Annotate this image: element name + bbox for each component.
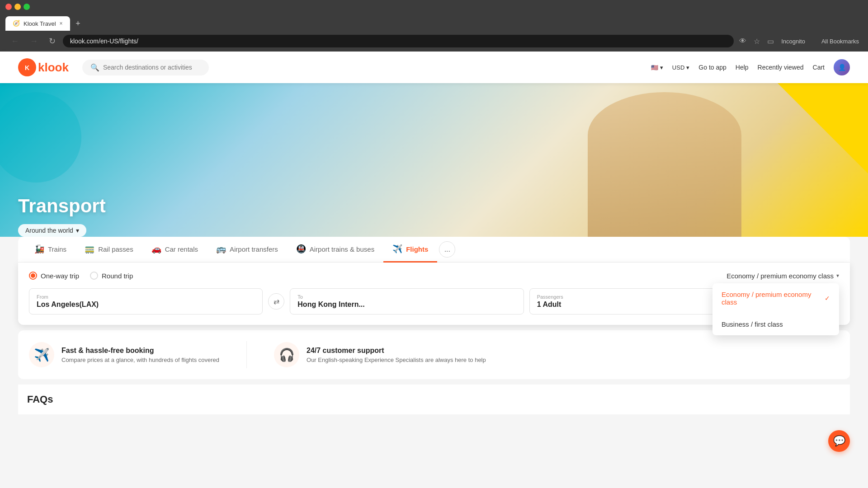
avatar[interactable]: 👤 (834, 59, 850, 75)
class-selector[interactable]: Economy / premium economy class ▾ Econom… (726, 272, 839, 280)
tab-car-rentals-label: Car rentals (165, 245, 198, 253)
support-icon: 🎧 (274, 342, 299, 367)
to-value: Hong Kong Intern... (297, 300, 516, 309)
from-field[interactable]: From Los Angeles(LAX) (29, 288, 263, 314)
swap-button[interactable]: ⇄ (268, 293, 284, 310)
main-navbar: K klook 🔍 🇺🇸 ▾ USD ▾ Go to app Help Rece… (0, 52, 868, 83)
maximize-window-button[interactable]: + (24, 4, 30, 10)
tab-trains[interactable]: 🚂 Trains (25, 237, 75, 263)
reload-button[interactable]: ↻ (45, 34, 59, 48)
cart-link[interactable]: Cart (813, 64, 825, 71)
class-label: Economy / premium economy class (726, 272, 834, 280)
feature-booking: ✈️ Fast & hassle-free booking Compare pr… (29, 342, 219, 367)
metro-icon: 🚇 (296, 244, 306, 254)
bookmark-icon[interactable]: ☆ (752, 35, 762, 47)
one-way-dot (31, 273, 35, 278)
recently-viewed-link[interactable]: Recently viewed (758, 64, 804, 71)
feature-booking-title: Fast & hassle-free booking (61, 347, 219, 355)
language-selector[interactable]: 🇺🇸 ▾ (651, 64, 663, 71)
help-link[interactable]: Help (736, 64, 749, 71)
active-tab[interactable]: 🧭 Klook Travel × (5, 16, 70, 31)
tab-rail-passes[interactable]: 🚃 Rail passes (75, 237, 142, 263)
tab-car-rentals[interactable]: 🚗 Car rentals (142, 237, 207, 263)
class-dropdown-arrow: ▾ (836, 272, 839, 279)
currency-arrow: ▾ (686, 64, 689, 71)
extension-icon[interactable]: 👁 (737, 35, 748, 47)
from-value: Los Angeles(LAX) (37, 300, 255, 309)
minimize-window-button[interactable]: − (14, 4, 21, 10)
hero-content: Transport Around the world ▾ (0, 177, 868, 237)
tab-airport-transfers-label: Airport transfers (230, 245, 278, 253)
deco-yellow (778, 83, 868, 174)
browser-tabs-bar: 🧭 Klook Travel × + (0, 14, 868, 31)
currency-label: USD (672, 64, 684, 71)
tab-flights[interactable]: ✈️ Flights (383, 237, 437, 263)
tab-title-label: Klook Travel (24, 20, 56, 27)
rail-pass-icon: 🚃 (85, 244, 94, 254)
tab-airport-trains[interactable]: 🚇 Airport trains & buses (287, 237, 383, 263)
swap-icon: ⇄ (274, 297, 279, 306)
from-label: From (37, 294, 255, 300)
feature-booking-desc: Compare prices at a glance, with hundred… (61, 357, 219, 363)
feature-support-title: 24/7 customer support (307, 347, 486, 355)
destination-badge[interactable]: Around the world ▾ (18, 224, 86, 237)
back-button[interactable]: ← (7, 35, 23, 48)
badge-arrow-icon: ▾ (76, 227, 79, 234)
to-field[interactable]: To Hong Kong Intern... (290, 288, 524, 314)
badge-text: Around the world (25, 227, 73, 234)
faq-title: FAQs (27, 394, 841, 405)
browser-titlebar: × − + (0, 0, 868, 14)
svg-text:K: K (25, 64, 29, 71)
economy-label: Economy / premium economy class (722, 291, 821, 306)
profile-icon[interactable]: ▭ (765, 35, 776, 47)
klook-logo-icon: K (18, 58, 36, 76)
bookmarks-label: All Bookmarks (820, 36, 861, 47)
flights-icon: ✈️ (392, 244, 402, 254)
flag-icon: 🇺🇸 (651, 64, 658, 71)
nav-search-bar[interactable]: 🔍 (82, 60, 209, 75)
to-label: To (297, 294, 516, 300)
tab-rail-passes-label: Rail passes (98, 245, 133, 253)
close-window-button[interactable]: × (5, 4, 12, 10)
feature-support: 🎧 24/7 customer support Our English-spea… (274, 342, 486, 367)
one-way-label: One-way trip (41, 272, 79, 280)
features-section: ✈️ Fast & hassle-free booking Compare pr… (18, 330, 850, 379)
tab-close-button[interactable]: × (60, 20, 63, 27)
chat-icon: 💬 (833, 435, 845, 447)
currency-selector[interactable]: USD ▾ (672, 64, 689, 71)
faq-section: FAQs (18, 385, 850, 414)
go-to-app-link[interactable]: Go to app (698, 64, 726, 71)
hero-title: Transport (18, 177, 850, 217)
flag-arrow: ▾ (660, 64, 663, 71)
tab-favicon: 🧭 (13, 20, 20, 27)
klook-logo[interactable]: K klook (18, 58, 69, 76)
feature-support-desc: Our English-speaking Experience Speciali… (307, 357, 486, 363)
avatar-text: 👤 (838, 64, 846, 71)
round-trip-radio[interactable] (90, 272, 98, 280)
one-way-radio[interactable] (29, 272, 37, 280)
search-options: One-way trip Round trip Economy / premiu… (29, 272, 839, 280)
forward-button[interactable]: → (26, 35, 42, 48)
address-bar[interactable] (63, 35, 734, 47)
deco-teal (0, 92, 81, 183)
transport-tabs-container: 🚂 Trains 🚃 Rail passes 🚗 Car rentals 🚌 A… (18, 237, 850, 263)
nav-actions: 🇺🇸 ▾ USD ▾ Go to app Help Recently viewe… (651, 59, 850, 75)
search-input[interactable] (103, 64, 201, 71)
browser-toolbar: ← → ↻ 👁 ☆ ▭ Incognito All Bookmarks (0, 31, 868, 52)
window-controls: × − + (5, 4, 30, 10)
business-label: Business / first class (722, 320, 783, 328)
one-way-option[interactable]: One-way trip (29, 272, 79, 280)
chat-button[interactable]: 💬 (828, 430, 850, 452)
new-tab-button[interactable]: + (72, 17, 85, 30)
klook-logo-text: klook (38, 61, 69, 75)
class-option-economy[interactable]: Economy / premium economy class ✓ (712, 283, 839, 313)
more-tabs-button[interactable]: ... (439, 241, 455, 258)
tab-airport-transfers[interactable]: 🚌 Airport transfers (207, 237, 287, 263)
round-trip-option[interactable]: Round trip (90, 272, 133, 280)
class-option-business[interactable]: Business / first class (712, 313, 839, 335)
booking-icon: ✈️ (29, 342, 54, 367)
round-trip-label: Round trip (102, 272, 133, 280)
tab-trains-label: Trains (48, 245, 66, 253)
economy-check-icon: ✓ (825, 295, 830, 302)
tab-airport-trains-label: Airport trains & buses (310, 245, 374, 253)
